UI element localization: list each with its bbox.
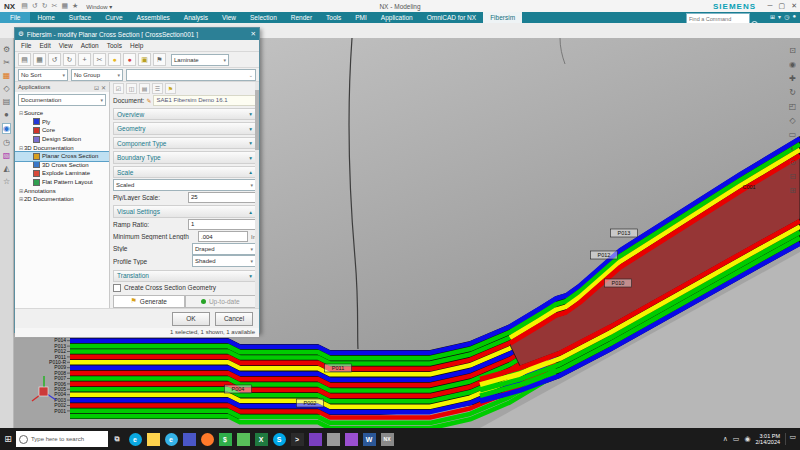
rotate-icon[interactable]: ↻ (789, 88, 796, 98)
ribbon-tab-surface[interactable]: Surface (62, 12, 98, 23)
firefox-icon[interactable] (201, 433, 214, 446)
ribbon-tab-omnicad-for-nx[interactable]: OmniCAD for NX (420, 12, 483, 23)
nx-icon[interactable]: NX (381, 433, 394, 446)
menu-view[interactable]: View (59, 42, 73, 49)
ribbon-tab-file[interactable]: File (0, 12, 30, 23)
perspective-icon[interactable]: ◇ (789, 116, 795, 126)
tree-item-explode-laminate[interactable]: Explode Laminate (15, 169, 109, 178)
sort-combo[interactable]: No Sort▾ (18, 69, 68, 81)
visualstudio-icon[interactable] (309, 433, 322, 446)
menu-action[interactable]: Action (81, 42, 99, 49)
form-scrollbar[interactable] (255, 82, 259, 308)
ribbon-tab-pmi[interactable]: PMI (348, 12, 374, 23)
core-solid-icon[interactable]: ● (123, 53, 136, 66)
clip-icon[interactable]: ✂ (3, 58, 10, 67)
volume-icon[interactable]: ◉ (744, 435, 750, 443)
filter-search-input[interactable]: ⌄ (126, 69, 256, 81)
assembly-navigator-icon[interactable]: ▦ (3, 71, 11, 80)
min-segment-length-input[interactable] (198, 231, 248, 242)
section-geometry[interactable]: Geometry▾ (113, 122, 256, 135)
selection-filter-icon[interactable]: ⊞ (770, 13, 775, 20)
taskbar-clock[interactable]: 3:01 PM 2/14/2024 (756, 433, 780, 446)
money-icon[interactable]: $ (219, 433, 232, 446)
tree-item-2d-documentation[interactable]: ⊞2D Documentation (15, 195, 109, 204)
tree-item-ply[interactable]: Ply (15, 118, 109, 127)
check-filter-icon[interactable]: ☑ (113, 83, 124, 94)
tree-item-planar-cross-section[interactable]: Planar Cross Section (15, 152, 109, 161)
clip-section-icon[interactable]: ⊟ (789, 172, 796, 182)
task-view-icon[interactable]: ⧉ (111, 433, 124, 446)
reuse-library-icon[interactable]: ● (4, 110, 9, 119)
ribbon-tab-render[interactable]: Render (284, 12, 319, 23)
history-icon[interactable]: ◷ (3, 138, 10, 147)
section-visual-settings[interactable]: Visual Settings▴ (113, 205, 256, 218)
laminate-box-icon[interactable]: ▣ (138, 53, 151, 66)
pin-icon[interactable]: ⊡ (94, 84, 99, 91)
folder-icon[interactable] (327, 433, 340, 446)
gear-icon[interactable]: ⚙ (3, 45, 10, 54)
nav-close-icon[interactable]: ✕ (101, 84, 106, 91)
laminate-combo[interactable]: Laminate▾ (171, 54, 229, 66)
list-icon[interactable]: ☰ (152, 83, 163, 94)
wireframe-icon[interactable]: ▭ (789, 130, 797, 140)
redo-icon[interactable]: ↻ (63, 53, 76, 66)
flag-icon[interactable]: ⚑ (153, 53, 166, 66)
ribbon-tab-home[interactable]: Home (30, 12, 61, 23)
excel-icon[interactable]: X (255, 433, 268, 446)
cut-icon[interactable]: ✂ (93, 53, 106, 66)
visual-reports-icon[interactable]: ◭ (3, 164, 9, 173)
ribbon-tab-curve[interactable]: Curve (98, 12, 129, 23)
more-tools-icon[interactable]: ⊞ (789, 186, 796, 196)
action-center-icon[interactable]: ▭ (785, 433, 796, 445)
orient-view-icon[interactable]: ◰ (789, 102, 797, 112)
history-icon[interactable]: ◷ (784, 13, 789, 20)
tree-item-annotations[interactable]: ⊞Annotations (15, 186, 109, 195)
zoom-icon[interactable]: ◉ (789, 60, 796, 70)
network-icon[interactable]: ▭ (733, 435, 740, 443)
menu-tools[interactable]: Tools (107, 42, 122, 49)
ribbon-tab-fibersim[interactable]: Fibersim (483, 12, 522, 23)
phone-icon[interactable] (237, 433, 250, 446)
pan-icon[interactable]: ✚ (789, 74, 796, 84)
ribbon-tab-tools[interactable]: Tools (319, 12, 348, 23)
cmd-icon[interactable]: > (291, 433, 304, 446)
taskbar-search[interactable]: Type here to search (16, 431, 108, 447)
section-overview[interactable]: Overview▾ (113, 108, 256, 121)
tree-item-3d-documentation[interactable]: ⊟3D Documentation (15, 143, 109, 152)
ribbon-tab-selection[interactable]: Selection (243, 12, 284, 23)
ramp-ratio-input[interactable] (188, 219, 256, 230)
tree-item-design-station[interactable]: Design Station (15, 135, 109, 144)
add-icon[interactable]: + (78, 53, 91, 66)
cancel-button[interactable]: Cancel (215, 312, 253, 326)
tree-item-3d-cross-section[interactable]: 3D Cross Section (15, 161, 109, 170)
start-button[interactable]: ⊞ (0, 434, 16, 444)
record-icon[interactable]: ● (792, 13, 796, 20)
palette-icon[interactable]: ▧ (3, 151, 11, 160)
ribbon-tab-assemblies[interactable]: Assemblies (130, 12, 177, 23)
word-icon[interactable]: W (363, 433, 376, 446)
hidden-icons-chevron[interactable]: ∧ (723, 435, 728, 443)
ribbon-tab-application[interactable]: Application (374, 12, 420, 23)
dialog-close-icon[interactable]: ✕ (251, 30, 256, 38)
scale-mode-combo[interactable]: Scaled▾ (113, 179, 256, 191)
designer-icon[interactable] (345, 433, 358, 446)
constraint-navigator-icon[interactable]: ◇ (3, 84, 9, 93)
create-geometry-checkbox[interactable] (113, 284, 121, 292)
section-translation[interactable]: Translation▾ (113, 270, 256, 283)
ply-solid-icon[interactable]: ● (108, 53, 121, 66)
group-combo[interactable]: No Group▾ (71, 69, 123, 81)
touch-icon[interactable]: ☆ (3, 177, 10, 186)
ok-button[interactable]: OK (172, 312, 210, 326)
dialog-title-bar[interactable]: ⚙ Fibersim - modify Planar Cross Section… (15, 28, 259, 40)
view-gizmo-icon[interactable]: ⊙ (789, 158, 796, 168)
ie-icon[interactable]: e (165, 433, 178, 446)
menu-help[interactable]: Help (130, 42, 143, 49)
paste-icon[interactable]: ▤ (139, 83, 150, 94)
undo-icon[interactable]: ↺ (48, 53, 61, 66)
documentation-combo[interactable]: Documentation▾ (18, 94, 106, 106)
ribbon-tab-view[interactable]: View (215, 12, 243, 23)
copy-icon[interactable]: ◫ (126, 83, 137, 94)
shaded-view-icon[interactable]: ◐ (790, 144, 795, 154)
section-boundary-type[interactable]: Boundary Type▾ (113, 151, 256, 164)
part-navigator-icon[interactable]: ▤ (3, 97, 11, 106)
